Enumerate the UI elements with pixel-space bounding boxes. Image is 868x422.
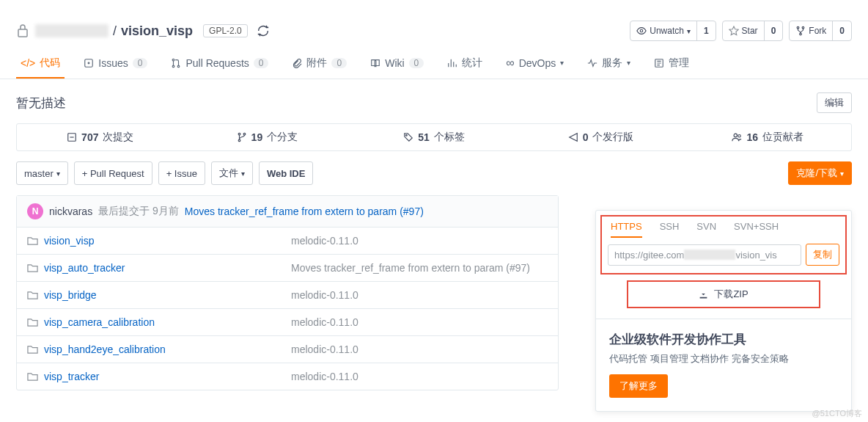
- manage-icon: [654, 58, 664, 68]
- tab-code[interactable]: </>代码: [16, 48, 65, 79]
- code-icon: </>: [21, 57, 35, 69]
- path-separator: /: [113, 23, 117, 39]
- file-panel: N nickvaras 最后提交于 9月前 Moves tracker_ref_…: [16, 195, 559, 390]
- file-row[interactable]: visp_camera_calibrationmelodic-0.11.0: [17, 309, 558, 336]
- svg-rect-5: [85, 59, 93, 67]
- clone-tab-https[interactable]: HTTPS: [611, 221, 642, 238]
- tab-pulls[interactable]: Pull Requests0: [166, 48, 273, 79]
- clone-tab-ssh[interactable]: SSH: [660, 221, 680, 238]
- file-name[interactable]: visp_bridge: [27, 289, 291, 301]
- repo-header: / vision_visp GPL-2.0 Unwatch▾ 1 Star 0 …: [0, 0, 868, 48]
- sync-icon[interactable]: [257, 24, 270, 37]
- action-left: master▾ + Pull Request + Issue 文件▾ Web I…: [16, 161, 313, 185]
- wiki-icon: [370, 58, 380, 68]
- branch-selector[interactable]: master▾: [16, 161, 68, 185]
- pull-icon: [171, 58, 181, 68]
- svg-point-8: [173, 65, 175, 68]
- people-icon: [732, 132, 742, 142]
- file-commit-msg[interactable]: melodic-0.11.0: [291, 235, 358, 247]
- svg-point-15: [406, 135, 408, 137]
- promo-box: 企业级软件开发协作工具 代码托管 项目管理 文档协作 完备安全策略 了解更多: [596, 319, 851, 390]
- promo-desc: 代码托管 项目管理 文档协作 完备安全策略: [609, 352, 838, 365]
- commit-author[interactable]: nickvaras: [49, 205, 92, 217]
- svg-point-7: [173, 59, 175, 61]
- branches-stat[interactable]: 19个分支: [184, 124, 351, 150]
- file-name[interactable]: vision_visp: [27, 235, 291, 247]
- tab-attach[interactable]: 附件0: [287, 48, 351, 79]
- unwatch-button[interactable]: Unwatch▾ 1: [630, 21, 716, 41]
- commit-icon: [67, 132, 77, 142]
- description-row: 暂无描述 编辑: [0, 79, 868, 123]
- file-commit-msg[interactable]: melodic-0.11.0: [291, 289, 358, 301]
- tags-stat[interactable]: 51个标签: [350, 124, 518, 150]
- promo-title: 企业级软件开发协作工具: [609, 331, 838, 348]
- owner-name-blurred: [35, 24, 108, 37]
- license-badge[interactable]: GPL-2.0: [203, 24, 248, 37]
- file-row[interactable]: visp_auto_trackerMoves tracker_ref_frame…: [17, 255, 558, 282]
- svg-point-3: [803, 26, 805, 29]
- file-row[interactable]: visp_hand2eye_calibrationmelodic-0.11.0: [17, 336, 558, 363]
- file-row[interactable]: vision_vispmelodic-0.11.0: [17, 228, 558, 255]
- svg-point-1: [640, 29, 643, 32]
- release-icon: [568, 132, 578, 142]
- file-commit-msg[interactable]: Moves tracker_ref_frame from extern to p…: [291, 262, 530, 274]
- file-name[interactable]: visp_hand2eye_calibration: [27, 343, 291, 355]
- learn-more-button[interactable]: 了解更多: [609, 374, 668, 390]
- clone-tab-svnssh[interactable]: SVN+SSH: [734, 221, 779, 238]
- action-row: master▾ + Pull Request + Issue 文件▾ Web I…: [0, 151, 868, 195]
- clone-tab-svn[interactable]: SVN: [696, 221, 716, 238]
- file-commit-msg[interactable]: melodic-0.11.0: [291, 343, 358, 355]
- copy-button[interactable]: 复制: [806, 244, 839, 266]
- svg-point-17: [738, 135, 741, 138]
- file-row[interactable]: visp_bridgemelodic-0.11.0: [17, 282, 558, 309]
- repo-path[interactable]: / vision_visp: [35, 23, 193, 39]
- fork-button[interactable]: Fork 0: [789, 21, 852, 41]
- svg-point-13: [243, 133, 246, 135]
- repo-title-group: / vision_visp GPL-2.0: [16, 23, 270, 39]
- last-commit-row: N nickvaras 最后提交于 9月前 Moves tracker_ref_…: [17, 196, 558, 228]
- releases-stat[interactable]: 0个发行版: [518, 124, 685, 150]
- download-zip-button[interactable]: 下载ZIP: [627, 280, 820, 308]
- avatar[interactable]: N: [27, 203, 43, 219]
- svg-point-16: [734, 134, 737, 137]
- contributors-stat[interactable]: 16位贡献者: [684, 124, 851, 150]
- attach-icon: [292, 58, 302, 68]
- clone-download-button[interactable]: 克隆/下载▾: [788, 161, 852, 185]
- clone-highlight-top: HTTPS SSH SVN SVN+SSH https://gitee.com …: [600, 215, 847, 274]
- tab-wiki[interactable]: Wiki0: [366, 48, 428, 79]
- repo-name[interactable]: vision_visp: [121, 23, 193, 39]
- commits-stat[interactable]: 707次提交: [17, 124, 184, 150]
- commit-meta: 最后提交于 9月前: [98, 205, 179, 218]
- edit-description-button[interactable]: 编辑: [817, 92, 852, 113]
- svg-point-9: [178, 65, 180, 68]
- svg-point-6: [88, 62, 89, 64]
- folder-icon: [27, 317, 38, 328]
- commit-message-link[interactable]: Moves tracker_ref_frame from extern to p…: [185, 205, 424, 217]
- stats-icon: [447, 58, 457, 68]
- new-issue-button[interactable]: + Issue: [158, 161, 205, 185]
- file-row[interactable]: visp_trackermelodic-0.11.0: [17, 363, 558, 390]
- file-commit-msg[interactable]: melodic-0.11.0: [291, 316, 358, 328]
- files-dropdown[interactable]: 文件▾: [211, 161, 253, 185]
- tab-stats[interactable]: 统计: [443, 48, 487, 79]
- download-icon: [699, 290, 708, 299]
- tab-manage[interactable]: 管理: [650, 48, 694, 79]
- file-name[interactable]: visp_camera_calibration: [27, 316, 291, 328]
- file-name[interactable]: visp_tracker: [27, 371, 291, 382]
- file-name[interactable]: visp_auto_tracker: [27, 262, 291, 274]
- issues-icon: [84, 58, 94, 68]
- pulse-icon: [587, 58, 597, 68]
- lock-icon: [16, 23, 29, 38]
- new-pull-request-button[interactable]: + Pull Request: [74, 161, 152, 185]
- web-ide-button[interactable]: Web IDE: [259, 161, 314, 185]
- file-list: vision_vispmelodic-0.11.0visp_auto_track…: [17, 228, 558, 390]
- folder-icon: [27, 263, 38, 274]
- tab-devops[interactable]: ∞DevOps▾: [501, 48, 568, 79]
- tab-service[interactable]: 服务▾: [583, 48, 635, 79]
- star-button[interactable]: Star 0: [722, 21, 784, 41]
- clone-url-input[interactable]: https://gitee.com vision_vis: [608, 244, 801, 266]
- repo-actions: Unwatch▾ 1 Star 0 Fork 0: [630, 21, 852, 41]
- description-text: 暂无描述: [16, 95, 66, 112]
- tab-issues[interactable]: Issues0: [79, 48, 152, 79]
- file-commit-msg[interactable]: melodic-0.11.0: [291, 371, 358, 382]
